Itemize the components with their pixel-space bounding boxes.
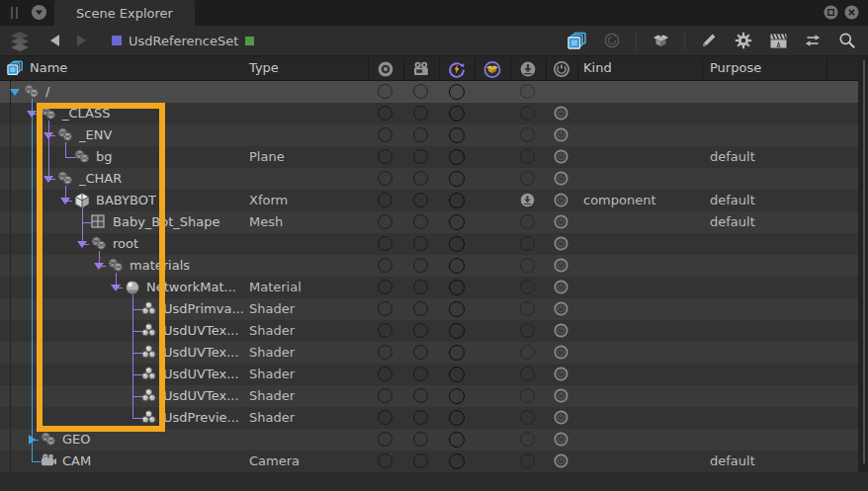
column-header-purpose[interactable]: Purpose bbox=[710, 60, 761, 75]
power-badge-icon[interactable] bbox=[554, 432, 568, 447]
render-toggle[interactable] bbox=[413, 323, 428, 338]
visibility-toggle[interactable] bbox=[378, 171, 392, 186]
dynamics-toggle[interactable] bbox=[449, 106, 465, 122]
visibility-toggle[interactable] bbox=[378, 345, 392, 360]
download-toggle[interactable] bbox=[520, 323, 535, 338]
dynamics-toggle[interactable] bbox=[449, 301, 465, 317]
visibility-toggle[interactable] bbox=[378, 236, 392, 251]
panel-menu-icon[interactable] bbox=[31, 4, 47, 21]
power-badge-icon[interactable] bbox=[554, 193, 568, 207]
panel-drag-grip-icon[interactable] bbox=[11, 7, 18, 19]
download-toggle[interactable] bbox=[520, 367, 535, 381]
reload-icon[interactable] bbox=[601, 30, 623, 51]
download-badge-icon[interactable] bbox=[520, 193, 535, 207]
render-toggle[interactable] bbox=[413, 84, 428, 99]
visibility-toggle[interactable] bbox=[378, 453, 392, 468]
power-badge-icon[interactable] bbox=[554, 453, 568, 468]
dynamics-toggle[interactable] bbox=[449, 236, 465, 252]
download-toggle[interactable] bbox=[520, 171, 535, 186]
visibility-toggle[interactable] bbox=[378, 410, 392, 425]
dynamics-toggle[interactable] bbox=[449, 84, 465, 100]
table-row[interactable]: bgPlanedefault bbox=[0, 146, 858, 168]
visibility-toggle[interactable] bbox=[378, 432, 392, 447]
visibility-toggle[interactable] bbox=[378, 106, 392, 121]
download-toggle[interactable] bbox=[520, 214, 535, 229]
table-row[interactable]: UsdUVTex...Shader bbox=[0, 385, 858, 407]
dynamics-toggle[interactable] bbox=[449, 323, 465, 339]
power-badge-icon[interactable] bbox=[554, 214, 568, 229]
visibility-toggle[interactable] bbox=[378, 301, 392, 316]
render-toggle[interactable] bbox=[413, 345, 428, 360]
dynamics-toggle[interactable] bbox=[449, 258, 465, 274]
dynamics-toggle[interactable] bbox=[449, 345, 465, 361]
expander-collapse-icon[interactable] bbox=[77, 241, 87, 248]
table-row[interactable]: UsdPrevie...Shader bbox=[0, 407, 858, 429]
render-toggle[interactable] bbox=[413, 171, 428, 186]
visibility-toggle[interactable] bbox=[378, 149, 392, 164]
power-badge-icon[interactable] bbox=[554, 410, 568, 425]
table-row[interactable]: BABYBOTXformcomponentdefault bbox=[0, 190, 858, 211]
render-toggle[interactable] bbox=[413, 388, 428, 403]
visibility-toggle[interactable] bbox=[378, 323, 392, 338]
power-badge-icon[interactable] bbox=[554, 236, 568, 251]
visibility-toggle[interactable] bbox=[378, 280, 392, 294]
expander-collapse-icon[interactable] bbox=[43, 132, 53, 139]
download-toggle[interactable] bbox=[520, 453, 535, 468]
table-row[interactable]: NetworkMat...Material bbox=[0, 277, 858, 298]
vertical-scrollbar[interactable] bbox=[858, 56, 868, 472]
render-settings-icon[interactable] bbox=[767, 30, 789, 51]
render-toggle[interactable] bbox=[413, 193, 428, 207]
nav-back-button[interactable] bbox=[50, 35, 59, 46]
power-badge-icon[interactable] bbox=[554, 301, 568, 316]
render-visibility-icon[interactable] bbox=[412, 60, 430, 78]
table-row[interactable]: CAMCameradefault bbox=[0, 450, 858, 472]
power-badge-icon[interactable] bbox=[554, 345, 568, 360]
table-row[interactable]: UsdPrimva...Shader bbox=[0, 298, 858, 320]
download-toggle[interactable] bbox=[520, 345, 535, 360]
render-toggle[interactable] bbox=[413, 453, 428, 468]
layers-stack-icon[interactable] bbox=[7, 31, 33, 51]
expander-collapse-icon[interactable] bbox=[60, 198, 70, 205]
download-toggle[interactable] bbox=[520, 410, 535, 425]
table-row[interactable]: root bbox=[0, 233, 858, 255]
close-window-icon[interactable] bbox=[844, 5, 859, 20]
render-toggle[interactable] bbox=[413, 149, 428, 164]
dynamics-toggle[interactable] bbox=[449, 127, 465, 143]
column-header-name[interactable]: Name bbox=[30, 60, 67, 75]
enabled-power-icon[interactable] bbox=[553, 60, 570, 78]
expander-collapse-icon[interactable] bbox=[94, 263, 104, 270]
visibility-toggle[interactable] bbox=[378, 367, 392, 381]
dynamics-toggle[interactable] bbox=[449, 453, 465, 469]
download-toggle[interactable] bbox=[520, 432, 535, 447]
download-toggle[interactable] bbox=[520, 236, 535, 251]
breadcrumb[interactable]: UsdReferenceSet bbox=[112, 34, 254, 48]
power-badge-icon[interactable] bbox=[554, 388, 568, 403]
bake-box-icon[interactable] bbox=[650, 30, 671, 51]
tab-scene-explorer[interactable]: Scene Explorer bbox=[54, 0, 195, 26]
download-toggle[interactable] bbox=[520, 388, 535, 403]
column-header-type[interactable]: Type bbox=[249, 60, 279, 75]
edit-pencil-icon[interactable] bbox=[698, 30, 720, 51]
visibility-toggle[interactable] bbox=[378, 84, 392, 99]
expander-expand-icon[interactable] bbox=[29, 435, 36, 445]
table-row[interactable]: materials bbox=[0, 255, 858, 277]
usd-stage-icon[interactable] bbox=[566, 30, 588, 51]
nav-forward-button[interactable] bbox=[77, 35, 86, 46]
power-badge-icon[interactable] bbox=[554, 258, 568, 273]
power-badge-icon[interactable] bbox=[554, 149, 568, 164]
table-row[interactable]: GEO bbox=[0, 429, 858, 450]
table-row[interactable]: UsdUVTex...Shader bbox=[0, 320, 858, 342]
render-toggle[interactable] bbox=[413, 410, 428, 425]
download-toggle[interactable] bbox=[520, 280, 535, 294]
download-cache-icon[interactable] bbox=[519, 60, 537, 78]
visibility-toggle[interactable] bbox=[378, 127, 392, 142]
download-toggle[interactable] bbox=[520, 84, 535, 99]
expander-collapse-icon[interactable] bbox=[27, 111, 37, 118]
power-badge-icon[interactable] bbox=[554, 367, 568, 381]
render-toggle[interactable] bbox=[413, 367, 428, 381]
visibility-eye-icon[interactable] bbox=[377, 60, 394, 78]
dynamics-toggle[interactable] bbox=[449, 171, 465, 187]
visibility-toggle[interactable] bbox=[378, 258, 392, 273]
scrollbar-thumb[interactable] bbox=[863, 60, 865, 463]
dynamics-refresh-icon[interactable] bbox=[448, 60, 466, 78]
